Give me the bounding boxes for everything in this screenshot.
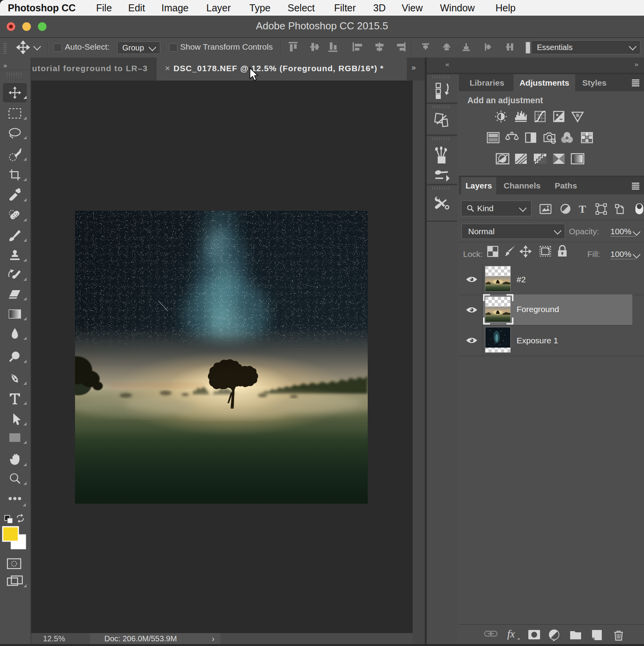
- svg-text:T: T: [579, 203, 586, 215]
- svg-text:fx: fx: [507, 628, 515, 640]
